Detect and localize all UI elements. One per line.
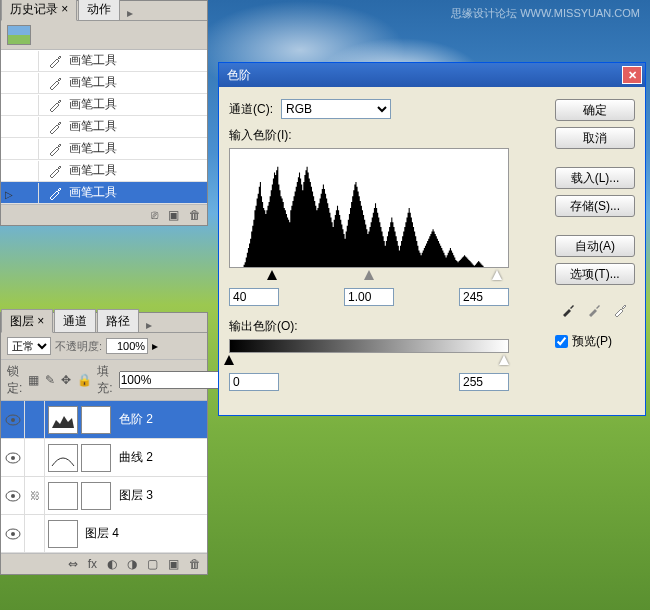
link-slot[interactable] — [25, 401, 45, 438]
highlight-slider[interactable] — [492, 270, 502, 280]
tab-history[interactable]: 历史记录 × — [1, 0, 77, 21]
load-button[interactable]: 载入(L)... — [555, 167, 635, 189]
preview-label: 预览(P) — [572, 333, 612, 350]
svg-point-1 — [11, 418, 15, 422]
link-layers-icon[interactable]: ⇔ — [68, 557, 78, 571]
history-item-label: 画笔工具 — [69, 162, 117, 179]
ok-button[interactable]: 确定 — [555, 99, 635, 121]
lock-label: 锁定: — [7, 363, 22, 397]
eyedropper-gray-icon[interactable] — [585, 299, 605, 319]
layer-name[interactable]: 图层 4 — [85, 525, 119, 542]
brush-icon — [47, 75, 63, 91]
new-layer-icon[interactable]: ▣ — [168, 557, 179, 571]
layer-thumbnail[interactable] — [48, 482, 78, 510]
history-item-label: 画笔工具 — [69, 140, 117, 157]
visibility-eye-icon[interactable] — [1, 477, 25, 514]
layer-name[interactable]: 图层 3 — [119, 487, 153, 504]
lock-paint-icon[interactable]: ✎ — [45, 373, 55, 387]
delete-layer-icon[interactable]: 🗑 — [189, 557, 201, 571]
eyedropper-black-icon[interactable] — [559, 299, 579, 319]
layer-style-icon[interactable]: fx — [88, 557, 97, 571]
layer-thumbnail[interactable] — [48, 406, 78, 434]
visibility-eye-icon[interactable] — [1, 401, 25, 438]
output-levels-label: 输出色阶(O): — [229, 318, 545, 335]
brush-icon — [47, 119, 63, 135]
layer-mask-icon[interactable]: ◐ — [107, 557, 117, 571]
layer-row[interactable]: ⛓图层 3 — [1, 477, 207, 515]
cancel-button[interactable]: 取消 — [555, 127, 635, 149]
history-item[interactable]: 画笔工具 — [1, 50, 207, 72]
history-snapshot[interactable] — [1, 21, 207, 50]
shadow-slider[interactable] — [267, 270, 277, 280]
layers-menu-icon[interactable]: ▸ — [140, 318, 158, 332]
history-item[interactable]: 画笔工具 — [1, 72, 207, 94]
history-item-label: 画笔工具 — [69, 118, 117, 135]
opacity-label: 不透明度: — [55, 339, 102, 354]
history-item[interactable]: 画笔工具 — [1, 182, 207, 204]
output-black-slider[interactable] — [224, 355, 234, 365]
preview-checkbox[interactable] — [555, 335, 568, 348]
layer-row[interactable]: 色阶 2 — [1, 401, 207, 439]
layer-name[interactable]: 曲线 2 — [119, 449, 153, 466]
history-item-label: 画笔工具 — [69, 184, 117, 201]
lock-transparency-icon[interactable]: ▦ — [28, 373, 39, 387]
auto-button[interactable]: 自动(A) — [555, 235, 635, 257]
output-white-input[interactable] — [459, 373, 509, 391]
histogram-chart — [229, 148, 509, 268]
lock-position-icon[interactable]: ✥ — [61, 373, 71, 387]
link-slot[interactable]: ⛓ — [25, 477, 45, 514]
svg-point-7 — [11, 532, 15, 536]
tab-channels[interactable]: 通道 — [54, 309, 96, 332]
preview-checkbox-row[interactable]: 预览(P) — [555, 333, 635, 350]
opacity-input[interactable] — [106, 338, 148, 354]
group-icon[interactable]: ▢ — [147, 557, 158, 571]
options-button[interactable]: 选项(T)... — [555, 263, 635, 285]
trash-icon[interactable]: 🗑 — [189, 208, 201, 222]
layer-mask-thumbnail[interactable] — [81, 482, 111, 510]
opacity-flyout-icon[interactable]: ▸ — [152, 339, 158, 353]
history-item-label: 画笔工具 — [69, 52, 117, 69]
brush-icon — [47, 141, 63, 157]
save-button[interactable]: 存储(S)... — [555, 195, 635, 217]
layer-mask-thumbnail[interactable] — [81, 406, 111, 434]
history-item[interactable]: 画笔工具 — [1, 138, 207, 160]
history-item[interactable]: 画笔工具 — [1, 94, 207, 116]
link-slot[interactable] — [25, 515, 45, 552]
shadow-input[interactable] — [229, 288, 279, 306]
tab-paths[interactable]: 路径 — [97, 309, 139, 332]
layer-name[interactable]: 色阶 2 — [119, 411, 153, 428]
history-item[interactable]: 画笔工具 — [1, 160, 207, 182]
visibility-eye-icon[interactable] — [1, 515, 25, 552]
midtone-slider[interactable] — [364, 270, 374, 280]
output-white-slider[interactable] — [499, 355, 509, 365]
layer-thumbnail[interactable] — [48, 520, 78, 548]
tab-layers[interactable]: 图层 × — [1, 309, 53, 333]
layer-row[interactable]: 曲线 2 — [1, 439, 207, 477]
output-black-input[interactable] — [229, 373, 279, 391]
lock-all-icon[interactable]: 🔒 — [77, 373, 91, 387]
brush-icon — [47, 53, 63, 69]
highlight-input[interactable] — [459, 288, 509, 306]
layer-row[interactable]: 图层 4 — [1, 515, 207, 553]
input-sliders[interactable] — [229, 270, 509, 284]
adjustment-layer-icon[interactable]: ◑ — [127, 557, 137, 571]
history-item[interactable]: 画笔工具 — [1, 116, 207, 138]
blend-mode-select[interactable]: 正常 — [7, 337, 51, 355]
close-button[interactable]: ✕ — [622, 66, 642, 84]
svg-point-5 — [11, 494, 15, 498]
dialog-titlebar[interactable]: 色阶 ✕ — [219, 63, 645, 87]
svg-point-3 — [11, 456, 15, 460]
channel-select[interactable]: RGB — [281, 99, 391, 119]
midtone-input[interactable] — [344, 288, 394, 306]
eyedropper-white-icon[interactable] — [611, 299, 631, 319]
panel-menu-icon[interactable]: ▸ — [121, 6, 139, 20]
new-snapshot-icon[interactable]: ⎚ — [151, 208, 158, 222]
visibility-eye-icon[interactable] — [1, 439, 25, 476]
dialog-title: 色阶 — [227, 67, 622, 84]
output-sliders[interactable] — [229, 355, 509, 369]
new-document-icon[interactable]: ▣ — [168, 208, 179, 222]
link-slot[interactable] — [25, 439, 45, 476]
tab-actions[interactable]: 动作 — [78, 0, 120, 20]
layer-thumbnail[interactable] — [48, 444, 78, 472]
layer-mask-thumbnail[interactable] — [81, 444, 111, 472]
